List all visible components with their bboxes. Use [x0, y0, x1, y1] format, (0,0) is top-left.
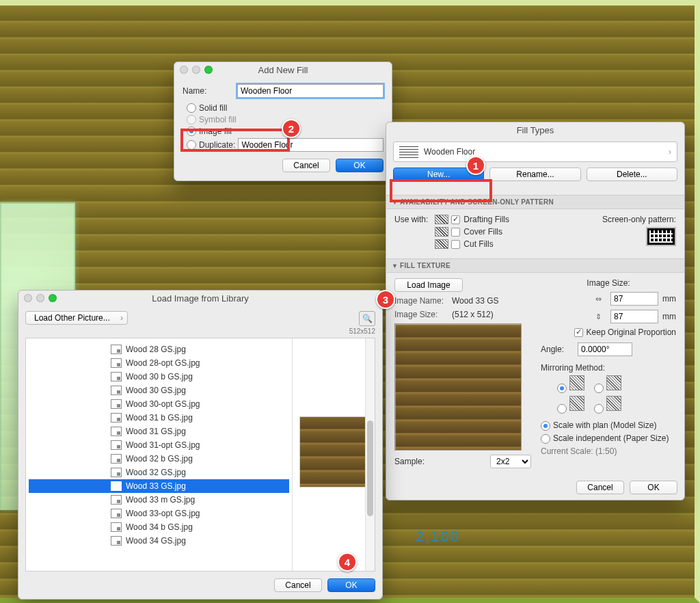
list-item[interactable]: Wood 28-opt GS.jpg	[29, 356, 289, 370]
image-fill-radio[interactable]	[187, 126, 196, 136]
titlebar[interactable]: Fill Types	[386, 122, 684, 137]
titlebar[interactable]: Load Image from Library	[18, 291, 382, 306]
scrollbar-thumb[interactable]	[367, 420, 373, 516]
list-item[interactable]: Wood 33-opt GS.jpg	[29, 507, 289, 520]
current-scale: Current Scale: (1:50)	[541, 446, 676, 456]
current-fill-name: Wooden Floor	[424, 147, 475, 157]
callout-badge-4: 4	[338, 552, 357, 572]
availability-header[interactable]: AVAILABILITY AND SCREEN-ONLY PATTERN	[386, 195, 684, 209]
scrollbar[interactable]	[365, 338, 375, 571]
file-icon	[111, 413, 122, 423]
scale-ind-label: Scale independent (Paper Size)	[553, 433, 669, 443]
list-item[interactable]: Wood 31-opt GS.jpg	[29, 438, 289, 452]
close-icon[interactable]	[24, 294, 32, 302]
image-size-value: (512 x 512)	[452, 310, 494, 319]
zoom-icon[interactable]	[204, 66, 213, 74]
image-dimensions: 512x512	[349, 327, 375, 335]
solid-fill-label: Solid fill	[199, 103, 227, 113]
file-icon	[111, 536, 122, 546]
file-name: Wood 33 m GS.jpg	[126, 495, 195, 505]
file-name: Wood 33-opt GS.jpg	[126, 509, 200, 518]
drafting-label: Drafting Fills	[463, 215, 509, 224]
list-item[interactable]: Wood 34 GS.jpg	[29, 534, 289, 548]
ok-button[interactable]: OK	[327, 578, 375, 592]
drafting-checkbox[interactable]	[451, 215, 460, 224]
list-item[interactable]: Wood 34 b GS.jpg	[29, 520, 289, 534]
name-input[interactable]	[237, 84, 383, 98]
find-icon[interactable]: 🔍	[359, 311, 375, 326]
mirror-radio-2[interactable]	[594, 384, 604, 393]
image-size-label: Image Size:	[394, 310, 452, 319]
file-icon	[111, 522, 122, 532]
cut-icon	[435, 239, 448, 249]
drafting-icon	[435, 215, 448, 224]
image-name-value: Wood 33 GS	[452, 296, 498, 306]
titlebar[interactable]: Add New Fill	[174, 62, 392, 77]
minimize-icon[interactable]	[192, 66, 200, 74]
callout-badge-3: 3	[376, 290, 395, 309]
ok-button[interactable]: OK	[630, 481, 677, 494]
current-fill-selector[interactable]: Wooden Floor ›	[393, 142, 677, 162]
list-item[interactable]: Wood 33 m GS.jpg	[29, 493, 289, 507]
ok-button[interactable]: OK	[336, 159, 383, 172]
mirror-swatch-3	[569, 396, 584, 411]
file-name: Wood 32 GS.jpg	[126, 468, 186, 477]
list-item[interactable]: Wood 32 GS.jpg	[29, 466, 289, 479]
list-item[interactable]: Wood 31 b GS.jpg	[29, 411, 289, 425]
duplicate-radio[interactable]	[187, 140, 196, 150]
duplicate-label: Duplicate:	[199, 140, 235, 150]
cover-checkbox[interactable]	[451, 228, 460, 237]
file-name: Wood 34 b GS.jpg	[126, 522, 193, 532]
list-item[interactable]: Wood 28 GS.jpg	[29, 343, 289, 356]
height-input[interactable]	[610, 310, 658, 323]
close-icon[interactable]	[180, 66, 188, 74]
duplicate-input[interactable]	[238, 138, 383, 152]
list-item[interactable]: Wood 32 b GS.jpg	[29, 452, 289, 466]
use-with-label: Use with:	[394, 215, 428, 252]
list-item[interactable]: Wood 30 GS.jpg	[29, 384, 289, 397]
mirror-radio-4[interactable]	[594, 404, 604, 414]
angle-input[interactable]	[578, 343, 632, 356]
scale-ind-radio[interactable]	[541, 434, 550, 444]
mirror-swatch-4	[606, 396, 621, 411]
file-name: Wood 28-opt GS.jpg	[126, 358, 200, 368]
symbol-fill-radio[interactable]	[187, 115, 196, 124]
fill-types-dialog: Fill Types Wooden Floor › New... Rename.…	[386, 122, 685, 500]
sample-select[interactable]: 2x2	[490, 455, 531, 468]
mirror-radio-3[interactable]	[557, 404, 567, 414]
screen-only-label: Screen-only pattern:	[602, 215, 676, 224]
file-icon	[111, 468, 122, 477]
cancel-button[interactable]: Cancel	[282, 159, 330, 172]
symbol-fill-label: Symbol fill	[199, 115, 237, 124]
file-list[interactable]: Wood 28 GS.jpgWood 28-opt GS.jpgWood 30 …	[26, 338, 293, 571]
list-item[interactable]: Wood 33 GS.jpg	[29, 479, 289, 493]
cut-checkbox[interactable]	[451, 240, 460, 249]
list-item[interactable]: Wood 30 b GS.jpg	[29, 370, 289, 384]
cut-label: Cut Fills	[463, 239, 493, 249]
mirror-radio-1[interactable]	[557, 384, 567, 393]
cancel-button[interactable]: Cancel	[274, 578, 322, 592]
fill-texture-header[interactable]: FILL TEXTURE	[386, 258, 684, 273]
solid-fill-radio[interactable]	[187, 103, 196, 113]
list-item[interactable]: Wood 30-opt GS.jpg	[29, 397, 289, 411]
zoom-icon[interactable]	[49, 294, 57, 302]
load-other-picture-button[interactable]: Load Other Picture...›	[25, 311, 128, 325]
name-label: Name:	[183, 86, 237, 96]
height-icon: ⇕	[590, 312, 606, 321]
callout-badge-2: 2	[282, 119, 301, 138]
width-unit: mm	[662, 294, 676, 304]
load-image-button[interactable]: Load Image	[394, 278, 463, 292]
keep-proportion-checkbox[interactable]	[574, 328, 583, 337]
preview-image	[299, 416, 371, 487]
file-name: Wood 34 GS.jpg	[126, 536, 186, 546]
scale-plan-radio[interactable]	[541, 421, 550, 431]
delete-button[interactable]: Delete...	[587, 168, 677, 181]
cancel-button[interactable]: Cancel	[576, 481, 624, 494]
load-image-dialog: Load Image from Library Load Other Pictu…	[18, 290, 383, 600]
image-name-label: Image Name:	[394, 296, 452, 306]
rename-button[interactable]: Rename...	[489, 168, 580, 181]
list-item[interactable]: Wood 31 GS.jpg	[29, 425, 289, 438]
minimize-icon[interactable]	[36, 294, 44, 302]
width-input[interactable]	[610, 292, 658, 306]
screen-pattern-swatch[interactable]	[646, 227, 676, 246]
